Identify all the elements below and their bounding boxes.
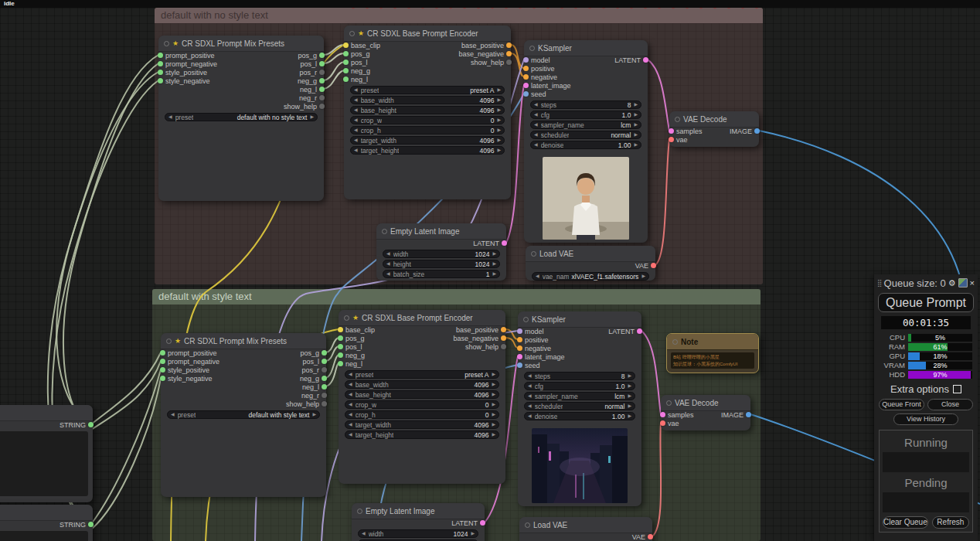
widget-left-arrow-icon[interactable]: ◀ <box>386 260 390 267</box>
widget-crop_w[interactable]: ◀crop_w0▶ <box>350 116 505 124</box>
widget-denoise[interactable]: ◀denoise1.00▶ <box>524 412 635 420</box>
slot-dot[interactable] <box>523 74 529 80</box>
widget-cfg[interactable]: ◀cfg1.0▶ <box>524 382 635 390</box>
node-header[interactable]: ★CR SDXL Prompt Mix Presets <box>158 36 324 52</box>
slot-dot[interactable] <box>517 337 522 342</box>
collapse-dot[interactable] <box>672 339 678 345</box>
node-ks2[interactable]: KSamplermodelpositivenegativelatent_imag… <box>518 311 641 506</box>
collapse-dot[interactable] <box>666 400 672 406</box>
collapse-dot[interactable] <box>349 31 355 36</box>
output-slot-pos_r[interactable]: pos_r <box>299 68 327 77</box>
clear-queue-button[interactable]: Clear Queue <box>883 516 928 529</box>
slot-dot[interactable] <box>319 104 325 109</box>
widget-batch_size[interactable]: ◀batch_size1▶ <box>383 270 500 278</box>
widget-preset[interactable]: ◀presetpreset A▶ <box>350 86 505 94</box>
slot-dot[interactable] <box>343 77 349 82</box>
text-widget[interactable] <box>0 531 88 541</box>
input-slot-pos_l[interactable]: pos_l <box>341 58 368 66</box>
slot-dot[interactable] <box>517 345 522 351</box>
widget-left-arrow-icon[interactable]: ◀ <box>528 373 532 379</box>
slot-dot[interactable] <box>506 60 512 65</box>
input-slot-base_clip[interactable]: base_clip <box>335 325 375 334</box>
collapse-dot[interactable] <box>529 46 535 51</box>
input-slot-neg_g[interactable]: neg_g <box>341 66 370 75</box>
slot-dot[interactable] <box>523 66 529 71</box>
view-history-button[interactable]: View History <box>893 413 958 425</box>
widget-target_width[interactable]: ◀target_width4096▶ <box>350 136 505 145</box>
node-header[interactable] <box>0 405 93 421</box>
node-enc2[interactable]: ★CR SDXL Base Prompt Encoderbase_clippos… <box>339 310 505 484</box>
note-text[interactable]: B站 哔哩哔哩的小黑星知识星球：小黑系统的ComfyUI <box>671 352 754 369</box>
widget-left-arrow-icon[interactable]: ◀ <box>362 530 366 537</box>
widget-right-arrow-icon[interactable]: ▶ <box>634 101 638 108</box>
widget-right-arrow-icon[interactable]: ▶ <box>641 273 645 280</box>
output-slot-base_negative[interactable]: base_negative <box>458 49 514 58</box>
input-slot-samples[interactable]: samples <box>658 410 694 419</box>
slot-dot[interactable] <box>322 376 327 381</box>
widget-vae_name[interactable]: ◀vae_namexlVAEC_f1.safetensors▶ <box>532 272 649 281</box>
input-slot-model[interactable]: model <box>521 56 550 64</box>
output-slot-VAE[interactable]: VAE <box>635 261 658 270</box>
slot-dot[interactable] <box>319 61 325 66</box>
widget-right-arrow-icon[interactable]: ▶ <box>628 383 631 390</box>
widget-base_width[interactable]: ◀base_width4096▶ <box>350 96 505 104</box>
collapse-dot[interactable] <box>164 41 169 46</box>
widget-right-arrow-icon[interactable]: ▶ <box>497 87 501 94</box>
widget-crop_h[interactable]: ◀crop_h0▶ <box>350 126 505 134</box>
slot-dot[interactable] <box>160 376 165 381</box>
widget-left-arrow-icon[interactable]: ◀ <box>349 391 352 398</box>
input-slot-pos_g[interactable]: pos_g <box>335 334 365 342</box>
collapse-dot[interactable] <box>357 509 362 514</box>
output-slot-neg_r[interactable]: neg_r <box>301 391 329 400</box>
widget-base_height[interactable]: ◀base_height4096▶ <box>345 390 499 399</box>
slot-dot[interactable] <box>506 43 512 48</box>
collapse-dot[interactable] <box>525 522 530 528</box>
node-str2[interactable]: STRING <box>0 505 93 541</box>
close-button[interactable]: Close <box>927 399 973 410</box>
output-slot-pos_g[interactable]: pos_g <box>300 349 329 357</box>
output-slot-STRING[interactable]: STRING <box>60 420 96 429</box>
slot-dot[interactable] <box>88 522 94 527</box>
node-header[interactable]: VAE Decode <box>669 111 759 128</box>
input-slot-prompt_positive[interactable]: prompt_positive <box>158 349 217 357</box>
slot-dot[interactable] <box>322 393 327 398</box>
widget-left-arrow-icon[interactable]: ◀ <box>354 127 358 134</box>
widget-right-arrow-icon[interactable]: ▶ <box>497 117 501 124</box>
output-slot-neg_l[interactable]: neg_l <box>300 85 327 94</box>
node-vdec2[interactable]: VAE DecodesamplesvaeIMAGE <box>661 395 750 430</box>
text-widget[interactable] <box>0 431 88 496</box>
output-slot-IMAGE[interactable]: IMAGE <box>721 410 754 419</box>
output-slot-neg_g[interactable]: neg_g <box>298 77 327 85</box>
refresh-button[interactable]: Refresh <box>932 516 969 529</box>
slot-dot[interactable] <box>319 87 325 92</box>
widget-right-arrow-icon[interactable]: ▶ <box>492 371 495 378</box>
slot-dot[interactable] <box>523 57 529 63</box>
slot-dot[interactable] <box>643 57 648 63</box>
input-slot-neg_g[interactable]: neg_g <box>335 351 365 359</box>
slot-dot[interactable] <box>501 335 506 341</box>
output-slot-IMAGE[interactable]: IMAGE <box>730 127 762 135</box>
input-slot-latent_image[interactable]: latent_image <box>515 352 565 361</box>
widget-left-arrow-icon[interactable]: ◀ <box>528 413 532 420</box>
node-header[interactable]: Note <box>667 334 758 350</box>
widget-right-arrow-icon[interactable]: ▶ <box>492 401 495 408</box>
widget-height[interactable]: ◀height1024▶ <box>383 260 500 268</box>
slot-dot[interactable] <box>343 68 349 73</box>
slot-dot[interactable] <box>648 534 653 539</box>
output-slot-show_help[interactable]: show_help <box>471 58 514 66</box>
collapse-dot[interactable] <box>344 315 349 321</box>
widget-left-arrow-icon[interactable]: ◀ <box>534 111 538 118</box>
widget-crop_h[interactable]: ◀crop_h0▶ <box>345 410 499 419</box>
slot-dot[interactable] <box>338 352 343 358</box>
widget-left-arrow-icon[interactable]: ◀ <box>349 371 352 378</box>
widget-right-arrow-icon[interactable]: ▶ <box>492 431 495 438</box>
widget-left-arrow-icon[interactable]: ◀ <box>534 101 538 108</box>
output-slot-show_help[interactable]: show_help <box>284 102 327 111</box>
node-mix1[interactable]: ★CR SDXL Prompt Mix Presetsprompt_positi… <box>158 36 324 201</box>
input-slot-latent_image[interactable]: latent_image <box>521 81 571 90</box>
node-header[interactable]: Load VAE <box>526 246 655 262</box>
gear-icon[interactable]: ⚙ <box>948 278 956 288</box>
widget-preset[interactable]: ◀presetpreset A▶ <box>345 370 499 379</box>
widget-steps[interactable]: ◀steps8▶ <box>524 372 635 380</box>
widget-cfg[interactable]: ◀cfg1.0▶ <box>530 111 641 119</box>
